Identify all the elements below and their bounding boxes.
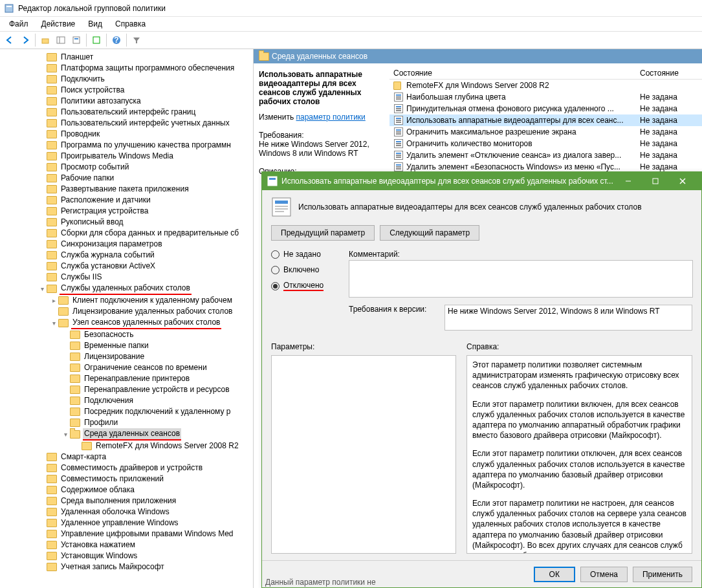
- radio-enabled[interactable]: Включено: [271, 265, 342, 274]
- tree-item[interactable]: Программа по улучшению качества программ…: [0, 140, 253, 151]
- dialog-titlebar[interactable]: Использовать аппаратные видеоадаптеры дл…: [262, 172, 701, 190]
- next-setting-button[interactable]: Следующий параметр: [380, 225, 479, 241]
- tree-item[interactable]: Посредник подключений к удаленному р: [0, 406, 253, 417]
- menu-help[interactable]: Справка: [109, 18, 152, 30]
- setting-state: Не задана: [640, 93, 698, 102]
- tree-item[interactable]: Перенаправление устройств и ресурсов: [0, 384, 253, 395]
- radio-not-configured[interactable]: Не задано: [271, 250, 342, 259]
- list-row[interactable]: Ограничить количество мониторовНе задана: [389, 138, 702, 149]
- tree-item[interactable]: Смарт-карта: [0, 452, 253, 463]
- comment-textarea[interactable]: [349, 260, 693, 298]
- folder-icon: [47, 53, 57, 61]
- tree-item[interactable]: Планшет: [0, 52, 253, 63]
- tree-item[interactable]: Синхронизация параметров: [0, 239, 253, 250]
- list-row[interactable]: Наибольшая глубина цветаНе задана: [389, 91, 702, 103]
- filter-button[interactable]: [129, 33, 144, 47]
- tree-item[interactable]: Совместимость драйверов и устройств: [0, 463, 253, 474]
- tree-item[interactable]: Ограничение сеансов по времени: [0, 362, 253, 373]
- tree-item[interactable]: ▾Узел сеансов удаленных рабочих столов: [0, 317, 253, 329]
- setting-name: Удалить элемент «Безопасность Windows» и…: [406, 162, 640, 171]
- tree-item[interactable]: Удаленное управление Windows: [0, 517, 253, 528]
- tree-item[interactable]: ▸Клиент подключения к удаленному рабочем: [0, 295, 253, 306]
- tree-item[interactable]: Лицензирование: [0, 351, 253, 362]
- tree-item[interactable]: Профили: [0, 417, 253, 428]
- tree-item[interactable]: Регистрация устройства: [0, 206, 253, 217]
- tree-item[interactable]: Пользовательский интерфейс учетных данны…: [0, 118, 253, 129]
- tree-item[interactable]: Сборки для сбора данных и предварительны…: [0, 228, 253, 239]
- edit-policy-link[interactable]: параметр политики: [296, 113, 365, 122]
- tree-pane[interactable]: ПланшетПлатформа защиты программного обе…: [0, 49, 254, 588]
- content-header: Среда удаленных сеансов: [254, 49, 702, 63]
- app-icon: [4, 3, 14, 14]
- tree-item[interactable]: Лицензирование удаленных рабочих столов: [0, 306, 253, 317]
- list-row[interactable]: Принудительная отмена фонового рисунка у…: [389, 103, 702, 114]
- up-button[interactable]: [38, 33, 52, 47]
- setting-icon: [393, 150, 404, 160]
- tree-item[interactable]: Службы IIS: [0, 272, 253, 283]
- list-row[interactable]: Ограничить максимальное разрешение экран…: [389, 126, 702, 138]
- list-row[interactable]: RemoteFX для Windows Server 2008 R2: [389, 80, 702, 91]
- help-text-box[interactable]: Этот параметр политики позволяет системн…: [466, 355, 692, 554]
- cancel-button[interactable]: Отмена: [580, 567, 628, 582]
- apply-button[interactable]: Применить: [633, 567, 692, 582]
- help-button[interactable]: ?: [109, 33, 124, 47]
- menu-file[interactable]: Файл: [3, 18, 35, 30]
- back-button[interactable]: [3, 33, 17, 47]
- tree-item[interactable]: Установщик Windows: [0, 550, 253, 561]
- svg-rect-13: [653, 179, 658, 184]
- tree-item[interactable]: Служба журнала событий: [0, 250, 253, 261]
- folder-icon: [47, 163, 57, 171]
- tree-item[interactable]: ▾Среда удаленных сеансов: [0, 428, 253, 441]
- tree-item[interactable]: Содержимое облака: [0, 485, 253, 495]
- tree-item[interactable]: Перенаправление принтеров: [0, 373, 253, 384]
- tree-item[interactable]: Расположение и датчики: [0, 195, 253, 206]
- setting-name: Ограничить максимальное разрешение экран…: [406, 127, 640, 136]
- minimize-button[interactable]: [615, 172, 642, 190]
- menu-action[interactable]: Действие: [35, 18, 82, 30]
- tree-item[interactable]: Учетная запись Майкрософт: [0, 561, 253, 572]
- toolbar-separator: [35, 34, 36, 47]
- tree-item[interactable]: Подключить: [0, 74, 253, 85]
- tree-item[interactable]: Управление цифровыми правами Windows Med: [0, 528, 253, 539]
- tree-item[interactable]: Рабочие папки: [0, 173, 253, 184]
- show-hide-button[interactable]: [54, 33, 68, 47]
- tree-item[interactable]: Среда выполнения приложения: [0, 495, 253, 506]
- radio-disabled[interactable]: Отключено: [271, 281, 342, 291]
- folder-icon: [47, 97, 57, 105]
- tree-item[interactable]: Политики автозапуска: [0, 96, 253, 107]
- list-row[interactable]: Использовать аппаратные видеоадаптеры дл…: [389, 114, 702, 126]
- tree-item[interactable]: RemoteFX для Windows Server 2008 R2: [0, 441, 253, 452]
- tree-item[interactable]: Проводник: [0, 129, 253, 140]
- tree-item[interactable]: Безопасность: [0, 329, 253, 340]
- tree-item[interactable]: Поиск устройства: [0, 85, 253, 96]
- tree-item[interactable]: Временные папки: [0, 340, 253, 351]
- tree-item[interactable]: Платформа защиты программного обеспечени…: [0, 63, 253, 74]
- list-row[interactable]: Удалить элемент «Отключение сеанса» из д…: [389, 149, 702, 161]
- tree-item[interactable]: Пользовательский интерфейс границ: [0, 107, 253, 118]
- setting-name: Принудительная отмена фонового рисунка у…: [406, 104, 640, 113]
- forward-button[interactable]: [18, 33, 32, 47]
- tree-item[interactable]: Совместимость приложений: [0, 474, 253, 485]
- refresh-button[interactable]: [89, 33, 104, 47]
- menu-view[interactable]: Вид: [82, 18, 109, 30]
- tree-item[interactable]: ▾Службы удаленных рабочих столов: [0, 283, 253, 295]
- tree-item[interactable]: Проигрыватель Windows Media: [0, 151, 253, 162]
- ok-button[interactable]: ОК: [534, 567, 575, 582]
- tree-item[interactable]: Удаленная оболочка Windows: [0, 506, 253, 517]
- svg-rect-3: [57, 37, 65, 43]
- tree-item[interactable]: Просмотр событий: [0, 162, 253, 173]
- tree-item[interactable]: Развертывание пакета приложения: [0, 184, 253, 195]
- tree-item[interactable]: Подключения: [0, 395, 253, 406]
- previous-setting-button[interactable]: Предыдущий параметр: [271, 225, 375, 241]
- tree-item[interactable]: Установка нажатием: [0, 539, 253, 550]
- folder-icon: [259, 52, 269, 61]
- folder-icon: [58, 296, 69, 305]
- close-button[interactable]: [669, 172, 696, 190]
- folder-icon: [47, 152, 57, 160]
- svg-rect-5: [73, 37, 80, 43]
- tree-item[interactable]: Рукописный ввод: [0, 217, 253, 228]
- export-button[interactable]: [69, 33, 83, 47]
- maximize-button[interactable]: [642, 172, 669, 190]
- setting-state: Не задана: [640, 162, 698, 171]
- tree-item[interactable]: Служба установки ActiveX: [0, 261, 253, 272]
